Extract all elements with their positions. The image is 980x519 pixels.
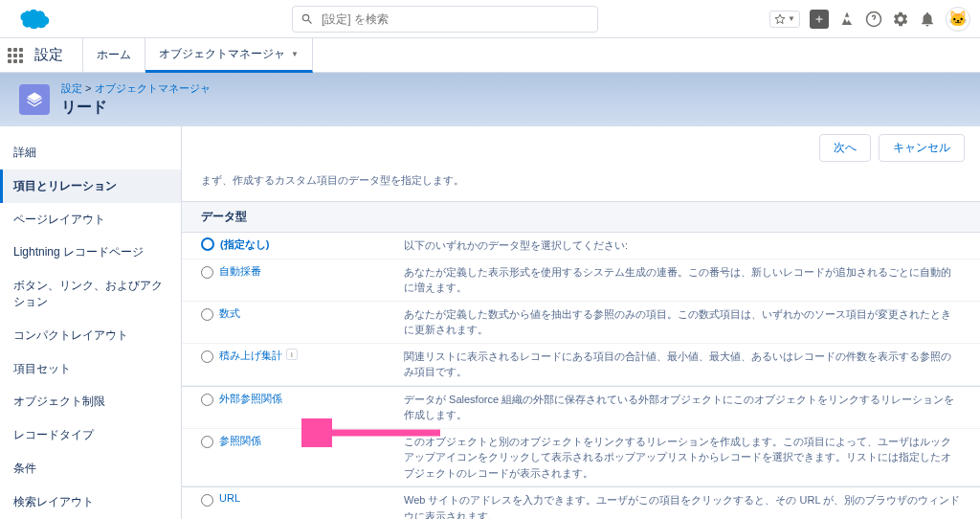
intro-text: まず、作成するカスタム項目のデータ型を指定します。 (182, 169, 980, 201)
tab-label: オブジェクトマネージャ (159, 46, 285, 62)
cancel-button[interactable]: キャンセル (879, 134, 965, 162)
plus-icon (813, 13, 825, 25)
trail-icon[interactable] (838, 11, 856, 28)
type-label[interactable]: URL (219, 492, 240, 504)
tab-label: ホーム (97, 47, 131, 63)
tab-object-manager[interactable]: オブジェクトマネージャ ▼ (145, 38, 313, 73)
page-title: リード (61, 98, 211, 118)
sidebar-item[interactable]: ボタン、リンク、およびアクション (0, 269, 181, 319)
sidebar-item[interactable]: レコードタイプ (0, 418, 181, 452)
sidebar-item[interactable]: 詳細 (0, 136, 181, 169)
sidebar: 詳細項目とリレーションページレイアウトLightning レコードページボタン、… (0, 126, 182, 519)
object-icon (19, 84, 50, 115)
none-label[interactable]: (指定なし) (220, 237, 269, 252)
type-row: 数式あなたが定義した数式から値を抽出する参照のみの項目。この数式項目は、いずれか… (182, 302, 980, 344)
chevron-down-icon: ▼ (291, 50, 299, 58)
type-desc: あなたが定義した表示形式を使用するシステム生成の連番。この番号は、新しいレコード… (404, 260, 980, 301)
header-actions: ▼ 🐱 (769, 7, 970, 32)
none-desc: 以下のいずれかのデータ型を選択してください: (404, 233, 980, 259)
type-desc: このオブジェクトと別のオブジェクトをリンクするリレーションを作成します。この項目… (404, 429, 980, 486)
sidebar-item[interactable]: ページレイアウト (0, 203, 181, 237)
layers-icon (26, 91, 43, 108)
type-row: 外部参照関係データが Salesforce 組織の外部に保存されている外部オブジ… (182, 386, 980, 429)
type-label[interactable]: 数式 (219, 306, 240, 321)
type-radio[interactable] (201, 494, 213, 507)
type-radio[interactable] (201, 436, 213, 448)
global-search[interactable] (292, 6, 598, 33)
type-row: 参照関係このオブジェクトと別のオブジェクトをリンクするリレーションを作成します。… (182, 429, 980, 487)
type-label[interactable]: 参照関係 (219, 434, 261, 448)
help-icon[interactable] (865, 11, 882, 28)
type-radio[interactable] (201, 394, 213, 406)
type-row: URLWeb サイトのアドレスを入力できます。ユーザがこの項目をクリックすると、… (182, 486, 980, 519)
next-button[interactable]: 次へ (819, 134, 871, 162)
page-header: 設定 > オブジェクトマネージャ リード (0, 73, 980, 126)
setup-label: 設定 (34, 46, 63, 64)
page-header-text: 設定 > オブジェクトマネージャ リード (61, 81, 211, 118)
breadcrumb-setup[interactable]: 設定 (61, 82, 82, 94)
type-desc: あなたが定義した数式から値を抽出する参照のみの項目。この数式項目は、いずれかのソ… (404, 302, 980, 343)
type-row: 積み上げ集計i関連リストに表示されるレコードにある項目の合計値、最小値、最大値、… (182, 344, 980, 386)
favorites-button[interactable]: ▼ (769, 11, 800, 28)
user-avatar[interactable]: 🐱 (946, 7, 970, 32)
bell-icon[interactable] (919, 11, 936, 28)
info-icon[interactable]: i (286, 349, 298, 360)
search-input[interactable] (322, 12, 590, 26)
type-label[interactable]: 自動採番 (219, 264, 261, 279)
salesforce-logo (14, 6, 53, 33)
sidebar-item[interactable]: オブジェクト制限 (0, 385, 181, 418)
none-radio[interactable] (201, 237, 214, 251)
type-row: 自動採番あなたが定義した表示形式を使用するシステム生成の連番。この番号は、新しい… (182, 260, 980, 302)
type-desc: データが Salesforce 組織の外部に保存されている外部オブジェクトにこの… (404, 387, 980, 428)
search-icon (301, 12, 314, 26)
add-button[interactable] (810, 10, 829, 29)
type-label[interactable]: 外部参照関係 (219, 392, 282, 406)
global-header: ▼ 🐱 (0, 0, 980, 38)
app-launcher-icon[interactable] (8, 48, 23, 63)
sidebar-item[interactable]: 項目とリレーション (0, 169, 181, 203)
gear-icon[interactable] (892, 11, 909, 28)
sidebar-item[interactable]: 項目セット (0, 352, 181, 386)
type-desc: 関連リストに表示されるレコードにある項目の合計値、最小値、最大値、あるいはレコー… (404, 344, 980, 385)
nav-row: 設定 ホーム オブジェクトマネージャ ▼ (0, 38, 980, 73)
type-label[interactable]: 積み上げ集計 (219, 349, 282, 363)
main-layout: 詳細項目とリレーションページレイアウトLightning レコードページボタン、… (0, 126, 980, 519)
tab-home[interactable]: ホーム (82, 38, 145, 73)
type-radio[interactable] (201, 308, 213, 321)
type-radio[interactable] (201, 266, 213, 279)
sidebar-item[interactable]: コンパクトレイアウト (0, 319, 181, 352)
breadcrumb: 設定 > オブジェクトマネージャ (61, 81, 211, 96)
section-header: データ型 (182, 201, 980, 233)
type-radio[interactable] (201, 350, 213, 363)
star-icon (774, 13, 786, 25)
content: 次へ キャンセル まず、作成するカスタム項目のデータ型を指定します。 データ型 … (182, 126, 980, 519)
action-row: 次へ キャンセル (182, 126, 980, 169)
sidebar-item[interactable]: Lightning レコードページ (0, 236, 181, 269)
none-row: (指定なし) 以下のいずれかのデータ型を選択してください: (182, 233, 980, 260)
breadcrumb-object-manager[interactable]: オブジェクトマネージャ (95, 82, 211, 94)
sidebar-item[interactable]: 検索レイアウト (0, 485, 181, 519)
type-desc: Web サイトのアドレスを入力できます。ユーザがこの項目をクリックすると、その … (404, 487, 980, 519)
sidebar-item[interactable]: 条件 (0, 452, 181, 485)
